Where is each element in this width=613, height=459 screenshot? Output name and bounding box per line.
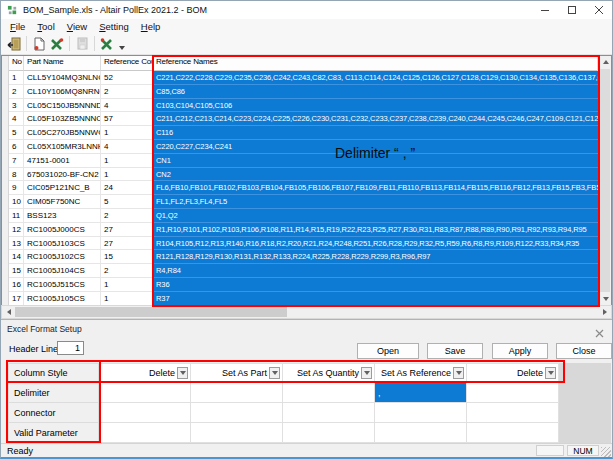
table-row[interactable]: 747151-00011CN1 [9,154,598,168]
table-row[interactable]: 12RC1005J000CS27R1,R10,R101,R102,R103,R1… [9,223,598,237]
cell-reference-count: 1 [101,278,153,292]
table-row[interactable]: 17RC1005J105CS1R37 [9,292,598,305]
valid-parameter-cell-3[interactable] [283,423,375,443]
table-row[interactable]: 14RC1005J102CS15R121,R128,R129,R130,R131… [9,250,598,264]
column-header-no[interactable]: No [9,56,24,71]
chevron-down-icon[interactable] [361,367,372,379]
chevron-down-icon[interactable] [177,367,188,379]
cell-reference-names[interactable]: CN2 [153,168,598,182]
connector-cell-1[interactable] [99,403,191,423]
scroll-right-icon[interactable] [598,306,611,318]
table-row[interactable]: 1CLL5Y104MQ3NLNC52C221,C222,C228,C229,C2… [9,71,598,85]
cell-reference-count: 2 [101,264,153,278]
cell-reference-names[interactable]: R104,R105,R12,R13,R140,R16,R18,R2,R20,R2… [153,237,598,251]
cell-reference-names[interactable]: FL1,FL2,FL3,FL4,FL5 [153,195,598,209]
delimiter-cell-2[interactable] [191,383,283,403]
cell-reference-names[interactable]: C220,C227,C234,C241 [153,140,598,154]
table-row[interactable]: 10CIM05F750NC5FL1,FL2,FL3,FL4,FL5 [9,195,598,209]
cell-reference-names[interactable]: R4,R84 [153,264,598,278]
resize-grip[interactable] [601,447,611,457]
menu-tool[interactable]: Tool [31,21,60,32]
scroll-down-icon[interactable] [599,293,612,305]
table-row[interactable]: 16RC1005J515CS1R36 [9,278,598,292]
table-row[interactable]: 13RC1005J103CS27R104,R105,R12,R13,R140,R… [9,237,598,251]
export-document-icon[interactable] [30,35,48,53]
menu-view[interactable]: View [61,21,93,32]
table-row[interactable]: 9CIC05P121NC_B24FL6,FB10,FB101,FB102,FB1… [9,181,598,195]
column-style-dropdown-2[interactable]: Set As Part [191,363,283,383]
open-button[interactable]: Open [357,343,419,359]
maximize-button[interactable] [558,1,585,19]
table-row[interactable]: 6CL05X105MR3LNNH4C220,C227,C234,C241 [9,140,598,154]
cell-reference-names[interactable]: R121,R128,R129,R130,R131,R132,R133,R224,… [153,250,598,264]
table-row[interactable]: 5CL05C270JB5NNWC1C116 [9,126,598,140]
cell-reference-names[interactable]: C85,C86 [153,85,598,99]
column-header-part-name[interactable]: Part Name [24,56,101,71]
header-line-input[interactable] [57,341,84,355]
connector-cell-2[interactable] [191,403,283,423]
save-disabled-icon [73,35,91,53]
column-style-dropdown-4[interactable]: Set As Reference [375,363,467,383]
cell-reference-names[interactable]: C211,C212,C213,C214,C223,C224,C225,C226,… [153,112,598,126]
chevron-down-icon[interactable] [545,367,556,379]
horizontal-scroll-thumb[interactable] [15,307,287,317]
connector-cell-5[interactable] [467,403,559,423]
delimiter-cell-5[interactable] [467,383,559,403]
cell-reference-names[interactable]: C103,C104,C105,C106 [153,99,598,113]
cell-reference-names[interactable]: C221,C222,C228,C229,C235,C236,C242,C243,… [153,71,598,85]
cell-reference-count: 57 [101,112,153,126]
connector-cell-4[interactable] [375,403,467,423]
connector-cell-3[interactable] [283,403,375,423]
cell-reference-names[interactable]: Q1,Q2 [153,209,598,223]
column-style-dropdown-3[interactable]: Set As Quantity [283,363,375,383]
table-row[interactable]: 4CL05F103ZB5NNNC_B57C211,C212,C213,C214,… [9,112,598,126]
vertical-scrollbar[interactable] [598,56,611,305]
valid-parameter-cell-1[interactable] [99,423,191,443]
scroll-left-icon[interactable] [2,306,15,318]
apply-button[interactable]: Apply [492,343,548,359]
close-button[interactable] [585,1,612,19]
cell-no: 17 [9,292,24,305]
scroll-up-icon[interactable] [599,56,612,68]
cell-reference-names[interactable]: R36 [153,278,598,292]
toolbar-overflow-caret[interactable] [119,46,125,50]
exit-icon[interactable] [5,35,23,53]
table-row[interactable]: 2CL10Y106MQ8NRNC2C85,C86 [9,85,598,99]
menu-setting[interactable]: Setting [93,21,135,32]
save-button[interactable]: Save [427,343,483,359]
valid-parameter-cell-5[interactable] [467,423,559,443]
vertical-scroll-thumb[interactable] [600,69,610,292]
cell-reference-names[interactable]: C116 [153,126,598,140]
excel-export-icon[interactable] [48,35,66,53]
column-header-reference-names[interactable]: Reference Names [153,56,598,71]
menu-help[interactable]: Help [135,21,167,32]
cell-part-name: RC1005J103CS [24,237,101,251]
cell-no: 5 [9,126,24,140]
table-row[interactable]: 15RC1005J104CS2R4,R84 [9,264,598,278]
table-row[interactable]: 11BSS1232Q1,Q2 [9,209,598,223]
column-style-dropdown-1[interactable]: Delete [99,363,191,383]
cell-part-name: CL05F103ZB5NNNC_B [24,112,101,126]
table-row[interactable]: 8675031020-BF-CN21CN2 [9,168,598,182]
cell-reference-names[interactable]: FL6,FB10,FB101,FB102,FB103,FB104,FB105,F… [153,181,598,195]
delimiter-cell-3[interactable] [283,383,375,403]
column-style-dropdown-5[interactable]: Delete [467,363,559,383]
column-header-reference-count[interactable]: Reference Count [101,56,153,71]
panel-close-icon[interactable] [595,324,604,333]
delimiter-cell-selected[interactable]: , [375,383,467,403]
chevron-down-icon[interactable] [269,367,280,379]
table-row[interactable]: 3CL05C150JB5NNND4C103,C104,C105,C106 [9,99,598,113]
connector-row: Connector [8,403,559,423]
delimiter-cell-1[interactable] [99,383,191,403]
excel-import-icon[interactable] [98,35,116,53]
cell-reference-names[interactable]: R1,R10,R101,R102,R103,R106,R108,R11,R14,… [153,223,598,237]
horizontal-scrollbar[interactable] [1,305,612,319]
valid-parameter-cell-4[interactable] [375,423,467,443]
valid-parameter-cell-2[interactable] [191,423,283,443]
minimize-button[interactable] [531,1,558,19]
cell-reference-names[interactable]: R37 [153,292,598,305]
menu-file[interactable]: File [4,21,31,32]
cell-reference-names[interactable]: CN1 [153,154,598,168]
chevron-down-icon[interactable] [453,367,464,379]
close-button-panel[interactable]: Close [556,343,612,359]
